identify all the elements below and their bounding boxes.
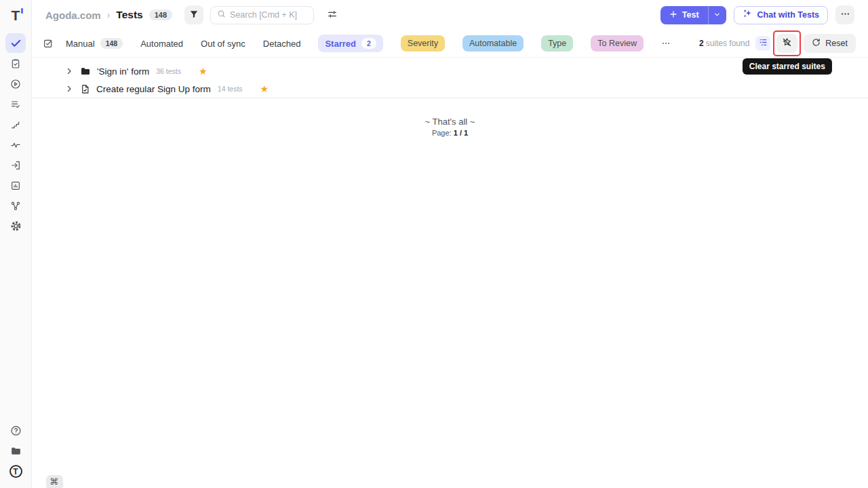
command-icon: ⌘: [50, 476, 58, 487]
breadcrumb-page[interactable]: Tests: [116, 9, 142, 21]
add-test-button[interactable]: Test: [660, 6, 708, 24]
app-logo[interactable]: T: [12, 6, 20, 25]
tab-manual[interactable]: Manual 148: [66, 38, 123, 49]
sidebar: T: [0, 0, 32, 488]
star-icon[interactable]: ★: [199, 66, 208, 76]
sidebar-nav: [5, 33, 26, 236]
sidebar-item-plans[interactable]: [5, 54, 26, 73]
sidebar-item-steps[interactable]: [5, 115, 26, 134]
chevron-right-icon[interactable]: [65, 67, 73, 75]
tree-structure-icon: [759, 38, 768, 49]
suite-test-count: 36 tests: [156, 67, 181, 75]
sidebar-item-activity[interactable]: [5, 135, 26, 155]
chevron-down-icon: [713, 10, 721, 20]
chevron-right-icon[interactable]: [65, 85, 73, 93]
sidebar-item-runs[interactable]: [5, 74, 26, 94]
activity-icon: [10, 140, 21, 150]
results-count-text: 2suites found: [699, 39, 749, 48]
breadcrumb-project[interactable]: Agoda.com: [45, 9, 101, 21]
projects-folder-icon: [10, 445, 22, 457]
clipboard-check-icon: [10, 58, 21, 69]
steps-icon: [10, 119, 21, 130]
sidebar-item-branches[interactable]: [5, 196, 26, 216]
folder-icon: [80, 66, 91, 77]
filter-results-area: 2suites found Clear starred suites: [699, 34, 856, 53]
branch-icon: [10, 201, 21, 211]
page-indicator: Page: 1 / 1: [32, 129, 868, 137]
search-icon: [217, 9, 226, 21]
filter-more-button[interactable]: [661, 39, 671, 48]
sidebar-item-import[interactable]: [5, 155, 26, 175]
logo-circle-icon: T: [9, 465, 22, 478]
pill-severity[interactable]: Severity: [401, 35, 445, 52]
tab-automated[interactable]: Automated: [140, 39, 183, 49]
filter-bar: Manual 148 Automated Out of sync Detache…: [32, 30, 868, 58]
logo-accent-mark: [21, 8, 23, 14]
refresh-icon: [812, 38, 821, 49]
sidebar-bottom: T: [5, 421, 26, 481]
main-area: Agoda.com › Tests 148: [32, 0, 868, 488]
suite-name[interactable]: Create regular Sign Up form: [96, 84, 211, 94]
end-of-list: ~ That's all ~ Page: 1 / 1: [32, 117, 868, 137]
play-circle-icon: [10, 79, 21, 89]
app-window: T: [0, 0, 868, 488]
bulk-select-button[interactable]: [43, 38, 54, 49]
manual-count-badge: 148: [100, 38, 123, 49]
reset-filters-button[interactable]: Reset: [804, 34, 856, 53]
command-key-badge[interactable]: ⌘: [46, 475, 63, 488]
clear-starred-tooltip: Clear starred suites: [743, 58, 832, 75]
sidebar-item-workspace[interactable]: T: [5, 462, 26, 481]
starred-count-badge: 2: [361, 38, 376, 49]
plus-icon: [669, 10, 677, 20]
tests-count-badge: 148: [149, 9, 172, 20]
list-check-icon: [10, 99, 21, 110]
topbar: Agoda.com › Tests 148: [32, 0, 868, 30]
sidebar-item-analytics[interactable]: [5, 176, 26, 195]
funnel-icon: [189, 9, 199, 21]
topbar-actions: Test Chat with Tests: [660, 5, 854, 24]
help-icon: [10, 425, 22, 436]
sidebar-item-checklist[interactable]: [5, 94, 26, 114]
tab-out-of-sync[interactable]: Out of sync: [201, 39, 245, 49]
gear-icon: [10, 220, 22, 232]
sliders-icon: [327, 9, 338, 22]
breadcrumb-separator: ›: [107, 9, 111, 20]
more-horizontal-icon: [661, 39, 671, 48]
tree-view-toggle-button[interactable]: [755, 36, 770, 51]
check-icon: [10, 37, 22, 49]
tab-detached[interactable]: Detached: [263, 39, 301, 49]
pill-automatable[interactable]: Automatable: [462, 35, 524, 52]
breadcrumb: Agoda.com › Tests 148: [45, 9, 172, 21]
sidebar-item-projects[interactable]: [5, 441, 26, 461]
add-test-dropdown-button[interactable]: [708, 6, 726, 24]
topbar-more-button[interactable]: [835, 5, 854, 24]
bulk-select-icon: [43, 38, 54, 49]
tab-starred[interactable]: Starred 2: [318, 35, 382, 52]
filter-tabs: Manual 148 Automated Out of sync Detache…: [66, 35, 671, 52]
more-horizontal-icon: [840, 9, 850, 21]
suite-name[interactable]: 'Sign in' form: [97, 66, 149, 77]
clear-starred-button[interactable]: [776, 34, 797, 53]
suite-row-create-signup-form[interactable]: Create regular Sign Up form 14 tests ★: [32, 80, 868, 98]
search-input[interactable]: [230, 10, 307, 20]
pill-type[interactable]: Type: [541, 35, 573, 52]
clear-starred-wrap: Clear starred suites: [776, 34, 797, 53]
pill-to-review[interactable]: To Review: [591, 35, 644, 52]
chart-icon: [10, 180, 21, 191]
star-off-icon: [782, 37, 792, 49]
sparkles-icon: [743, 9, 753, 21]
file-check-icon: [80, 84, 90, 94]
add-test-split-button: Test: [660, 6, 726, 24]
suite-test-count: 14 tests: [218, 85, 243, 93]
search-box[interactable]: [210, 6, 314, 24]
sidebar-item-help[interactable]: [5, 421, 26, 441]
import-icon: [10, 160, 21, 171]
sidebar-item-tests[interactable]: [5, 33, 26, 53]
logo-letter: T: [12, 7, 20, 24]
chat-with-tests-button[interactable]: Chat with Tests: [734, 6, 828, 24]
thats-all-text: ~ That's all ~: [32, 117, 868, 127]
star-icon[interactable]: ★: [260, 84, 269, 94]
filter-button[interactable]: [184, 5, 203, 24]
sidebar-item-settings[interactable]: [5, 216, 26, 236]
view-settings-button[interactable]: [323, 5, 342, 24]
